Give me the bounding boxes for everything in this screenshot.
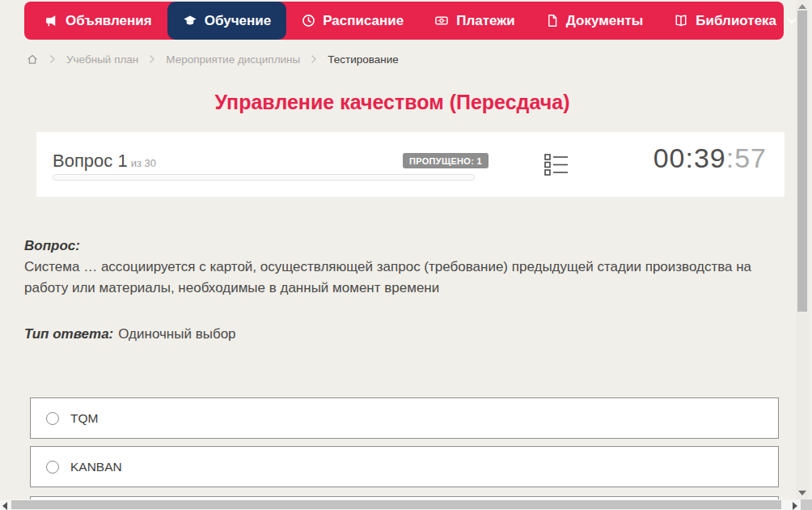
answer-option-label: TQM bbox=[70, 411, 98, 426]
breadcrumb-separator-icon bbox=[149, 54, 155, 64]
radio-button[interactable] bbox=[46, 412, 59, 425]
radio-button[interactable] bbox=[46, 461, 59, 474]
breadcrumb-item-discipline-event[interactable]: Мероприятие дисциплины bbox=[166, 53, 300, 66]
nav-item-label: Обучение bbox=[205, 13, 271, 29]
timer-minutes: 00:39 bbox=[653, 142, 726, 173]
answer-type-label: Тип ответа: bbox=[24, 326, 113, 342]
breadcrumb-separator-icon bbox=[311, 54, 317, 64]
question-list-icon bbox=[544, 153, 569, 176]
breadcrumb-separator-icon bbox=[49, 54, 56, 64]
nav-item-announcements[interactable]: Объявления bbox=[29, 2, 167, 40]
nav-item-label: Объявления bbox=[66, 13, 152, 29]
clock-icon bbox=[302, 14, 315, 28]
top-navbar: Объявления Обучение Расписание Платежи Д… bbox=[24, 2, 784, 40]
megaphone-icon bbox=[44, 14, 58, 28]
answer-option-tqm[interactable]: TQM bbox=[30, 397, 779, 439]
scroll-left-arrow[interactable] bbox=[2, 502, 7, 510]
home-icon bbox=[26, 53, 39, 66]
answer-option-label: KANBAN bbox=[70, 460, 122, 474]
nav-item-payments[interactable]: Платежи bbox=[419, 2, 531, 40]
question-list-button[interactable] bbox=[544, 153, 569, 180]
answer-type-value: Одиночный выбор bbox=[118, 326, 235, 342]
book-icon bbox=[674, 14, 688, 28]
nav-item-label: Документы bbox=[566, 13, 644, 29]
nav-item-schedule[interactable]: Расписание bbox=[286, 2, 419, 40]
question-body: Вопрос: Система … ассоциируется с картой… bbox=[24, 236, 770, 299]
vertical-scrollbar-thumb[interactable] bbox=[797, 11, 807, 312]
scroll-right-arrow[interactable] bbox=[793, 502, 797, 510]
breadcrumb-home[interactable] bbox=[26, 53, 39, 66]
question-text: Система … ассоциируется с картой, осущес… bbox=[24, 257, 770, 299]
graduation-cap-icon bbox=[183, 14, 197, 28]
question-heading: Вопрос: bbox=[24, 236, 770, 257]
breadcrumb-item-testing: Тестирование bbox=[328, 53, 399, 66]
question-number-label: Вопрос 1 bbox=[53, 151, 128, 171]
question-header-card: Вопрос 1из 30 ПРОПУЩЕНО: 1 00:39:57 bbox=[36, 132, 785, 197]
answer-type-row: Тип ответа:Одиночный выбор bbox=[24, 326, 236, 342]
banknote-icon bbox=[434, 14, 449, 28]
question-of-label: из 30 bbox=[131, 157, 156, 169]
scrollbar-corner bbox=[801, 499, 812, 510]
nav-item-learning[interactable]: Обучение bbox=[167, 2, 286, 40]
scroll-down-arrow[interactable] bbox=[798, 491, 806, 495]
nav-item-library[interactable]: Библиотека bbox=[658, 2, 812, 40]
horizontal-scrollbar-thumb[interactable] bbox=[11, 500, 781, 509]
nav-item-documents[interactable]: Документы bbox=[531, 2, 659, 40]
countdown-timer: 00:39:57 bbox=[653, 142, 767, 174]
nav-item-label: Библиотека bbox=[696, 13, 776, 29]
breadcrumb: Учебный план Мероприятие дисциплины Тест… bbox=[26, 51, 399, 67]
document-icon bbox=[546, 14, 559, 28]
answer-option-kanban[interactable]: KANBAN bbox=[30, 446, 779, 487]
nav-item-label: Платежи bbox=[456, 13, 515, 29]
nav-item-label: Расписание bbox=[323, 13, 404, 29]
question-number: Вопрос 1из 30 bbox=[53, 151, 156, 172]
timer-seconds: :57 bbox=[726, 142, 767, 173]
question-progress-bar bbox=[53, 174, 475, 181]
page-title: Управление качеством (Пересдача) bbox=[0, 91, 785, 114]
skipped-badge: ПРОПУЩЕНО: 1 bbox=[403, 153, 488, 168]
breadcrumb-item-curriculum[interactable]: Учебный план bbox=[66, 53, 138, 66]
scroll-up-arrow[interactable] bbox=[798, 4, 806, 9]
